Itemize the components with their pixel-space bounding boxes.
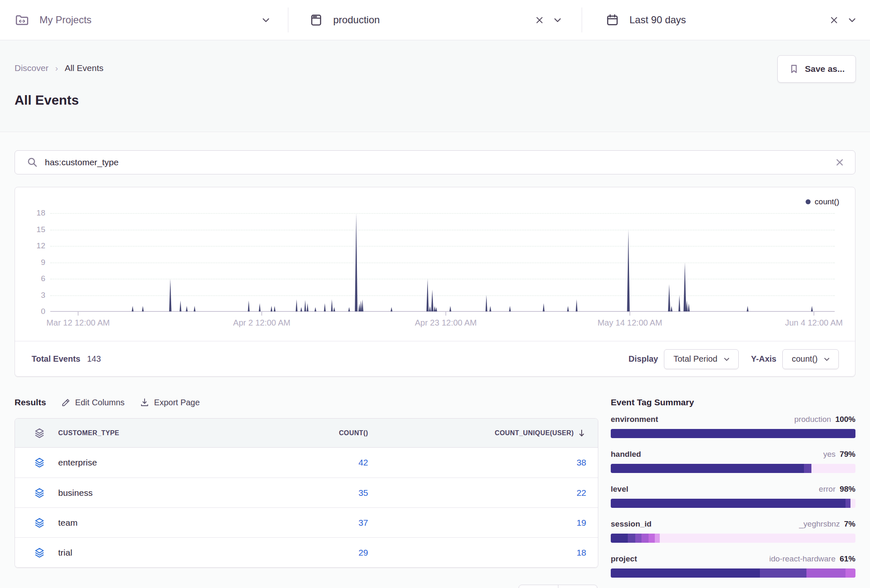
count-unique-cell-link[interactable]: 19 — [368, 518, 586, 528]
count-unique-cell-link[interactable]: 38 — [368, 458, 586, 468]
breadcrumb: Discover › All Events — [15, 63, 855, 73]
stack-icon — [15, 457, 58, 468]
customer-type-cell: team — [58, 518, 233, 528]
count-cell-link[interactable]: 35 — [233, 488, 368, 498]
tag-name: handled — [611, 450, 641, 459]
stack-icon — [15, 517, 58, 528]
tag-bar-segment — [611, 568, 760, 578]
yaxis-label: Y-Axis — [751, 354, 777, 364]
search-bar — [15, 150, 855, 175]
column-header-count[interactable]: COUNT() — [233, 429, 368, 437]
main-content: count() 0369121518Mar 12 12:00 AMApr 2 1… — [0, 132, 870, 588]
table-row[interactable]: team3719 — [15, 507, 598, 537]
clear-date-icon[interactable] — [829, 15, 839, 25]
tag-bar-segment — [635, 534, 641, 543]
projects-folder-icon — [15, 12, 29, 27]
chart-plot — [50, 209, 835, 311]
chevron-down-icon[interactable] — [552, 15, 563, 25]
edit-columns-button[interactable]: Edit Columns — [61, 398, 125, 407]
chevron-down-icon[interactable] — [261, 15, 271, 25]
tag-distribution-bar[interactable] — [611, 464, 855, 473]
tag-percent: 100% — [835, 415, 855, 424]
tag-summary-heading: Event Tag Summary — [611, 396, 855, 409]
count-unique-cell-link[interactable]: 18 — [368, 548, 586, 558]
column-header-count-unique[interactable]: COUNT_UNIQUE(USER) — [368, 429, 586, 438]
events-chart[interactable]: count() 0369121518Mar 12 12:00 AMApr 2 1… — [15, 187, 855, 341]
environment-selector-label: production — [333, 14, 380, 26]
x-axis-tick — [629, 312, 630, 316]
tag-distribution-bar[interactable] — [611, 568, 855, 578]
tag-name: environment — [611, 415, 658, 424]
top-filter-bar: My Projects production — [0, 0, 870, 40]
count-unique-cell-link[interactable]: 22 — [368, 488, 586, 498]
tag-top-value: error98% — [819, 485, 855, 494]
column-header-customer-type[interactable]: CUSTOMER_TYPE — [58, 429, 233, 437]
x-axis-tick — [261, 312, 262, 316]
y-axis-tick-label: 0 — [21, 307, 45, 316]
page-title: All Events — [15, 93, 855, 108]
previous-page-button[interactable] — [519, 585, 558, 588]
next-page-button[interactable] — [558, 585, 597, 588]
tag-top-value: production100% — [794, 415, 855, 424]
count-cell-link[interactable]: 29 — [233, 548, 368, 558]
tag-distribution-bar[interactable] — [611, 429, 855, 438]
display-label: Display — [629, 354, 658, 364]
y-axis-tick-label: 9 — [21, 258, 45, 267]
total-events-value: 143 — [87, 354, 101, 364]
display-dropdown[interactable]: Total Period — [664, 349, 739, 369]
clear-search-icon[interactable] — [834, 157, 845, 168]
sort-desc-arrow-icon — [577, 429, 586, 438]
date-range-selector[interactable]: Last 90 days — [582, 0, 870, 40]
yaxis-dropdown-value: count() — [792, 354, 818, 364]
bookmark-icon — [789, 64, 799, 74]
stack-icon — [15, 488, 58, 498]
table-row[interactable]: trial2918 — [15, 537, 598, 567]
project-selector[interactable]: My Projects — [0, 0, 288, 40]
y-axis-tick-label: 3 — [21, 291, 45, 300]
tag-bar-segment — [611, 534, 628, 543]
tag-percent: 7% — [844, 519, 855, 528]
customer-type-cell: business — [58, 488, 233, 498]
x-axis-tick-label: Jun 4 12:00 AM — [785, 318, 843, 328]
tag-summary-row: levelerror98% — [611, 485, 855, 508]
y-axis-tick-label: 12 — [21, 241, 45, 250]
tag-summary-row: session_id_yeghrsbnz7% — [611, 519, 855, 543]
tag-name: session_id — [611, 519, 651, 529]
legend-label: count() — [815, 197, 839, 206]
tag-bar-segment — [845, 568, 855, 578]
tag-summary-row: handledyes79% — [611, 450, 855, 473]
breadcrumb-discover-link[interactable]: Discover — [15, 63, 49, 73]
breadcrumb-separator: › — [55, 63, 58, 73]
tag-distribution-bar[interactable] — [611, 499, 855, 508]
x-axis-tick-label: Apr 23 12:00 AM — [415, 318, 477, 328]
stack-icon — [15, 547, 58, 558]
chart-legend[interactable]: count() — [806, 197, 839, 206]
tag-top-value: ido-react-hardware61% — [769, 554, 856, 564]
results-table-body: enterprise4238business3522team3719trial2… — [15, 448, 598, 567]
chevron-down-icon — [823, 355, 831, 363]
x-axis-tick — [445, 312, 446, 316]
chevron-down-icon[interactable] — [847, 15, 858, 25]
legend-dot-icon — [806, 199, 811, 204]
save-as-label: Save as... — [805, 64, 845, 74]
count-cell-link[interactable]: 37 — [233, 518, 368, 528]
table-row[interactable]: business3522 — [15, 478, 598, 507]
tag-bar-segment — [649, 534, 655, 543]
tag-percent: 61% — [840, 554, 855, 563]
table-row[interactable]: enterprise4238 — [15, 448, 598, 478]
tag-distribution-bar[interactable] — [611, 534, 855, 543]
count-cell-link[interactable]: 42 — [233, 458, 368, 468]
tag-bar-segment — [611, 464, 804, 473]
page-header: Discover › All Events All Events Save as… — [0, 40, 870, 132]
tag-bar-segment — [760, 568, 806, 578]
environment-selector[interactable]: production — [288, 0, 582, 40]
save-as-button[interactable]: Save as... — [777, 55, 856, 83]
export-page-button[interactable]: Export Page — [140, 397, 200, 407]
clear-environment-icon[interactable] — [534, 15, 545, 25]
events-chart-panel: count() 0369121518Mar 12 12:00 AMApr 2 1… — [15, 187, 855, 377]
tag-summary-list: environmentproduction100%handledyes79%le… — [611, 415, 855, 578]
search-input[interactable] — [15, 150, 855, 174]
calendar-icon — [605, 13, 619, 27]
yaxis-dropdown[interactable]: count() — [782, 349, 839, 369]
count-series-spikes — [50, 209, 835, 312]
